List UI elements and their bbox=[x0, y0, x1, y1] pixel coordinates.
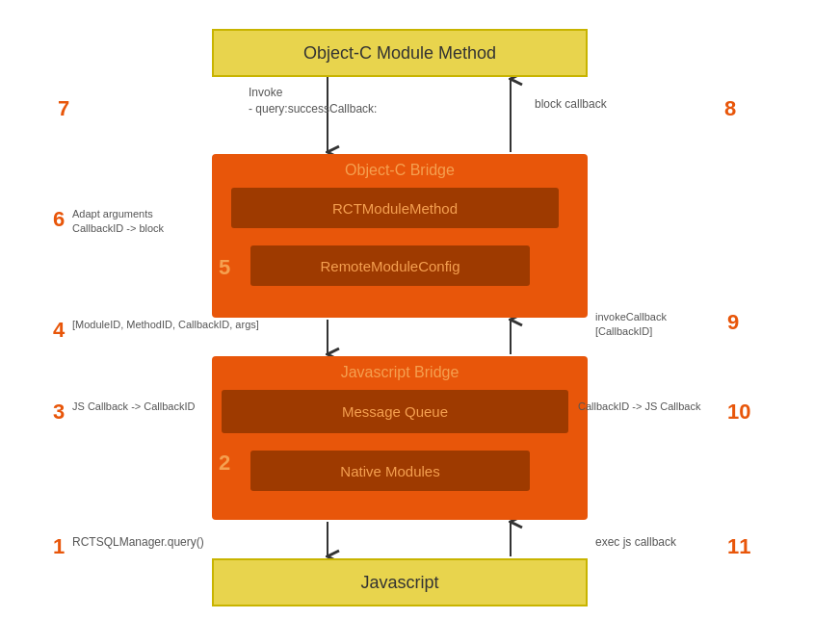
step-4-annotation: [ModuleID, MethodID, CallbackID, args] bbox=[72, 318, 259, 332]
step-7-num: 7 bbox=[58, 96, 69, 121]
js-bridge-label: Javascript Bridge bbox=[212, 364, 588, 381]
step-6-num: 6 bbox=[53, 207, 65, 232]
step-10-num: 10 bbox=[727, 400, 750, 425]
step-3-num: 3 bbox=[53, 400, 65, 425]
step-8-num: 8 bbox=[724, 96, 736, 121]
step-9-num: 9 bbox=[727, 310, 739, 335]
objc-module-label: Object-C Module Method bbox=[303, 43, 496, 64]
js-bridge-container: Javascript Bridge Message Queue Native M… bbox=[212, 356, 588, 520]
message-queue-label: Message Queue bbox=[342, 403, 448, 420]
step-11-num: 11 bbox=[727, 534, 750, 559]
step-7-annotation: Invoke- query:successCallback: bbox=[249, 85, 377, 117]
step-6-annotation: Adapt argumentsCallbackID -> block bbox=[72, 207, 164, 237]
step-1-num: 1 bbox=[53, 534, 65, 559]
step-5-num: 5 bbox=[219, 255, 230, 280]
step-3-annotation: JS Callback -> CallbackID bbox=[72, 400, 195, 414]
message-queue-box: Message Queue bbox=[222, 390, 568, 433]
native-modules-box: Native Modules bbox=[250, 451, 530, 491]
step-11-annotation: exec js callback bbox=[595, 534, 676, 551]
step-1-annotation: RCTSQLManager.query() bbox=[72, 534, 204, 551]
objc-bridge-label: Object-C Bridge bbox=[212, 162, 588, 179]
step-4-num: 4 bbox=[53, 318, 65, 343]
rct-module-method-box: RCTModuleMethod bbox=[231, 188, 559, 228]
diagram: Object-C Module Method Object-C Bridge R… bbox=[0, 0, 840, 619]
step-9-annotation: invokeCallback[CallbackID] bbox=[595, 310, 667, 340]
rct-module-method-label: RCTModuleMethod bbox=[332, 200, 458, 217]
javascript-label: Javascript bbox=[360, 573, 438, 593]
step-8-annotation: block callback bbox=[535, 96, 607, 113]
objc-bridge-container: Object-C Bridge RCTModuleMethod RemoteMo… bbox=[212, 154, 588, 318]
native-modules-label: Native Modules bbox=[340, 463, 439, 479]
remote-module-config-label: RemoteModuleConfig bbox=[320, 258, 459, 274]
objc-module-box: Object-C Module Method bbox=[212, 29, 588, 77]
remote-module-config-box: RemoteModuleConfig bbox=[250, 245, 530, 286]
javascript-box: Javascript bbox=[212, 558, 588, 606]
step-10-annotation: CallbackID -> JS Callback bbox=[578, 400, 700, 414]
step-2-num: 2 bbox=[219, 451, 230, 476]
